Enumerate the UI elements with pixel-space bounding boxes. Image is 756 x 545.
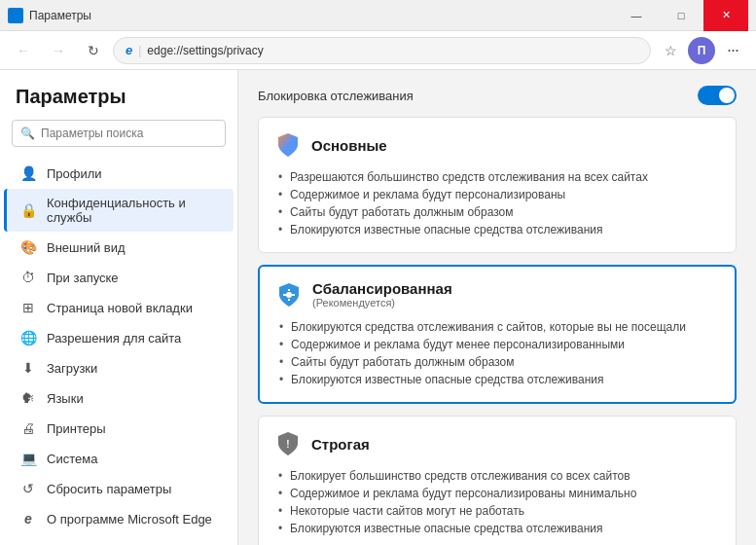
maximize-button[interactable]: □ — [659, 0, 703, 31]
card-strict[interactable]: ! Строгая Блокирует большинство средств … — [258, 416, 737, 545]
list-item: Блокируются известные опасные средства о… — [278, 221, 720, 238]
address-separator: | — [138, 44, 141, 57]
sidebar-item-about[interactable]: e О программе Microsoft Edge — [4, 504, 234, 533]
printers-icon: 🖨 — [19, 420, 37, 436]
sidebar-item-system-label: Система — [47, 452, 97, 466]
sidebar-item-printers-label: Принтеры — [47, 421, 106, 436]
card-basic-header: Основные — [274, 131, 720, 159]
list-item: Блокируются средства отслеживания с сайт… — [279, 318, 719, 336]
card-balanced-header: Сбалансированная (Рекомендуется) — [275, 280, 719, 309]
card-basic-title: Основные — [311, 137, 387, 154]
titlebar-title: Параметры — [29, 9, 614, 22]
card-balanced[interactable]: Сбалансированная (Рекомендуется) Блокиру… — [258, 265, 737, 404]
sidebar-item-languages-label: Языки — [47, 391, 84, 406]
content-area: Блокировка отслеживания Основные — [238, 70, 756, 545]
tracking-toggle-row: Блокировка отслеживания — [258, 86, 737, 105]
search-box[interactable]: 🔍 — [12, 120, 226, 147]
sidebar-item-reset-label: Сбросить параметры — [47, 482, 171, 496]
navbar: ← → ↻ e | edge://settings/privacy ☆ П ··… — [0, 31, 756, 70]
newtab-icon: ⊞ — [19, 300, 37, 315]
profiles-icon: 👤 — [19, 165, 37, 181]
search-icon: 🔍 — [20, 127, 35, 140]
list-item: Сайты будут работать должным образом — [279, 353, 719, 371]
list-item: Содержимое и реклама будут менее персона… — [279, 336, 719, 353]
card-balanced-title: Сбалансированная — [312, 280, 452, 297]
list-item: Содержимое и реклама будут персонализиро… — [278, 186, 720, 203]
tracking-toggle[interactable] — [698, 86, 737, 105]
titlebar: Параметры — □ ✕ — [0, 0, 756, 31]
card-basic-list: Разрешаются большинство средств отслежив… — [274, 168, 720, 238]
sidebar-item-startup-label: При запуске — [47, 271, 119, 285]
sidebar-item-downloads[interactable]: ⬇ Загрузки — [4, 353, 234, 382]
profile-letter: П — [698, 44, 706, 57]
about-icon: e — [19, 511, 37, 527]
card-strict-list: Блокирует большинство средств отслеживан… — [274, 467, 720, 537]
privacy-icon: 🔒 — [19, 202, 37, 218]
minimize-button[interactable]: — — [614, 0, 659, 31]
card-strict-header: ! Строгая — [274, 430, 720, 457]
refresh-button[interactable]: ↻ — [78, 35, 109, 66]
address-text: edge://settings/privacy — [147, 44, 263, 57]
reset-icon: ↺ — [19, 481, 37, 496]
tracking-toggle-label: Блокировка отслеживания — [258, 89, 414, 103]
favorites-button[interactable]: ☆ — [655, 35, 686, 66]
list-item: Разрешаются большинство средств отслежив… — [278, 168, 720, 186]
sidebar-item-reset[interactable]: ↺ Сбросить параметры — [4, 474, 234, 503]
close-button[interactable]: ✕ — [703, 0, 748, 31]
balanced-shield-icon — [275, 281, 303, 309]
strict-shield-icon: ! — [274, 430, 302, 457]
startup-icon: ⏱ — [19, 270, 37, 285]
forward-button[interactable]: → — [43, 35, 74, 66]
sidebar-item-printers[interactable]: 🖨 Принтеры — [4, 414, 234, 443]
languages-icon: 🗣 — [19, 390, 37, 406]
sidebar-item-profiles-label: Профили — [47, 166, 102, 181]
card-strict-title: Строгая — [311, 436, 370, 453]
sidebar-item-appearance-label: Внешний вид — [47, 240, 126, 255]
permissions-icon: 🌐 — [19, 330, 37, 345]
list-item: Содержимое и реклама будут персонализиро… — [278, 485, 720, 502]
window-controls: — □ ✕ — [614, 0, 748, 31]
search-input[interactable] — [41, 127, 217, 140]
svg-point-1 — [286, 292, 292, 298]
card-basic[interactable]: Основные Разрешаются большинство средств… — [258, 117, 737, 253]
basic-shield-icon — [274, 131, 302, 159]
main-layout: Параметры 🔍 👤 Профили 🔒 Конфиденциальнос… — [0, 70, 756, 545]
sidebar-title: Параметры — [0, 70, 237, 120]
back-button[interactable]: ← — [8, 35, 39, 66]
appearance-icon: 🎨 — [19, 239, 37, 255]
sidebar-item-startup[interactable]: ⏱ При запуске — [4, 263, 234, 292]
sidebar-item-languages[interactable]: 🗣 Языки — [4, 383, 234, 413]
list-item: Блокируются известные опасные средства о… — [279, 371, 719, 388]
card-balanced-title-group: Сбалансированная (Рекомендуется) — [312, 280, 452, 309]
downloads-icon: ⬇ — [19, 360, 37, 376]
sidebar-item-privacy[interactable]: 🔒 Конфиденциальность и службы — [4, 189, 234, 232]
svg-text:!: ! — [286, 439, 289, 450]
list-item: Сайты будут работать должным образом — [278, 203, 720, 221]
app-icon — [8, 8, 23, 23]
list-item: Блокируются известные опасные средства о… — [278, 520, 720, 537]
sidebar-item-privacy-label: Конфиденциальность и службы — [47, 196, 218, 225]
card-balanced-subtitle: (Рекомендуется) — [312, 297, 452, 309]
address-bar[interactable]: e | edge://settings/privacy — [113, 37, 651, 64]
sidebar-item-newtab[interactable]: ⊞ Страница новой вкладки — [4, 293, 234, 322]
card-balanced-list: Блокируются средства отслеживания с сайт… — [275, 318, 719, 388]
nav-right-controls: ☆ П ··· — [655, 35, 748, 66]
sidebar-item-profiles[interactable]: 👤 Профили — [4, 159, 234, 188]
sidebar-item-permissions-label: Разрешения для сайта — [47, 331, 181, 345]
edge-icon: e — [126, 43, 132, 57]
sidebar: Параметры 🔍 👤 Профили 🔒 Конфиденциальнос… — [0, 70, 238, 545]
list-item: Некоторые части сайтов могут не работать — [278, 502, 720, 520]
list-item: Блокирует большинство средств отслеживан… — [278, 467, 720, 485]
sidebar-item-permissions[interactable]: 🌐 Разрешения для сайта — [4, 323, 234, 352]
sidebar-item-system[interactable]: 💻 Система — [4, 444, 234, 473]
menu-button[interactable]: ··· — [717, 35, 748, 66]
profile-button[interactable]: П — [688, 37, 715, 64]
system-icon: 💻 — [19, 451, 37, 466]
sidebar-item-about-label: О программе Microsoft Edge — [47, 512, 212, 527]
sidebar-item-appearance[interactable]: 🎨 Внешний вид — [4, 233, 234, 262]
sidebar-item-downloads-label: Загрузки — [47, 361, 97, 376]
sidebar-item-newtab-label: Страница новой вкладки — [47, 301, 193, 315]
